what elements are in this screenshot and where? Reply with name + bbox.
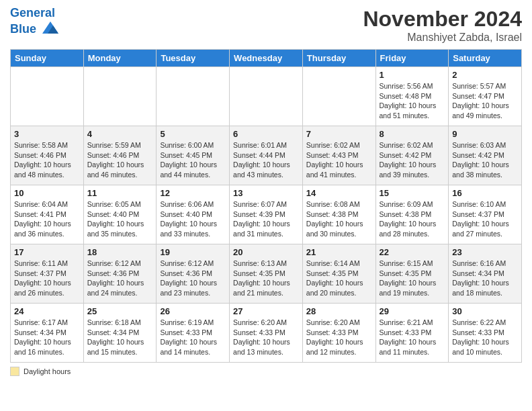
calendar-weekday-wednesday: Wednesday [230,50,303,67]
calendar-weekday-tuesday: Tuesday [157,50,230,67]
calendar-weekday-saturday: Saturday [449,50,522,67]
logo-icon [41,20,60,39]
day-info: Sunrise: 6:15 AM Sunset: 4:35 PM Dayligh… [380,259,445,298]
day-info: Sunrise: 5:56 AM Sunset: 4:48 PM Dayligh… [380,81,445,121]
calendar-cell: 27Sunrise: 6:20 AM Sunset: 4:33 PM Dayli… [230,304,303,363]
page-header: General Blue November 2024 Manshiyet Zab… [10,7,522,44]
calendar-table: SundayMondayTuesdayWednesdayThursdayFrid… [10,49,522,363]
calendar-cell: 4Sunrise: 5:59 AM Sunset: 4:46 PM Daylig… [83,126,157,185]
day-info: Sunrise: 6:21 AM Sunset: 4:33 PM Dayligh… [380,318,445,357]
day-number: 4 [87,129,153,139]
day-number: 17 [14,247,80,257]
day-info: Sunrise: 6:00 AM Sunset: 4:45 PM Dayligh… [160,140,226,180]
day-info: Sunrise: 5:59 AM Sunset: 4:46 PM Dayligh… [87,140,153,180]
day-number: 13 [233,188,299,198]
day-info: Sunrise: 6:07 AM Sunset: 4:39 PM Dayligh… [233,199,299,239]
calendar-cell: 9Sunrise: 6:03 AM Sunset: 4:42 PM Daylig… [449,126,522,185]
location: Manshiyet Zabda, Israel [363,32,522,44]
day-number: 7 [306,129,372,139]
calendar-weekday-thursday: Thursday [302,50,375,67]
day-number: 28 [306,306,372,316]
day-info: Sunrise: 6:10 AM Sunset: 4:37 PM Dayligh… [452,199,518,239]
day-info: Sunrise: 6:11 AM Sunset: 4:37 PM Dayligh… [14,259,80,298]
calendar-week-row-2: 10Sunrise: 6:04 AM Sunset: 4:41 PM Dayli… [11,185,522,244]
calendar-cell: 3Sunrise: 5:58 AM Sunset: 4:46 PM Daylig… [11,126,84,185]
calendar-cell: 15Sunrise: 6:09 AM Sunset: 4:38 PM Dayli… [375,185,449,244]
day-info: Sunrise: 6:20 AM Sunset: 4:33 PM Dayligh… [306,318,372,357]
day-info: Sunrise: 6:04 AM Sunset: 4:41 PM Dayligh… [14,199,80,239]
calendar-cell: 6Sunrise: 6:01 AM Sunset: 4:44 PM Daylig… [230,126,303,185]
day-number: 3 [14,129,80,139]
day-info: Sunrise: 6:05 AM Sunset: 4:40 PM Dayligh… [87,199,153,239]
day-number: 26 [160,306,226,316]
day-number: 22 [380,247,445,257]
logo-general: General [10,6,55,19]
calendar-weekday-sunday: Sunday [11,50,84,67]
day-number: 23 [452,247,518,257]
calendar-cell [157,67,230,126]
day-info: Sunrise: 6:16 AM Sunset: 4:34 PM Dayligh… [452,259,518,298]
calendar-cell: 16Sunrise: 6:10 AM Sunset: 4:37 PM Dayli… [449,185,522,244]
day-number: 10 [14,188,80,198]
day-info: Sunrise: 6:14 AM Sunset: 4:35 PM Dayligh… [306,259,372,298]
calendar-cell: 20Sunrise: 6:13 AM Sunset: 4:35 PM Dayli… [230,244,303,304]
day-number: 25 [87,306,153,316]
calendar-week-row-3: 17Sunrise: 6:11 AM Sunset: 4:37 PM Dayli… [11,244,522,304]
calendar-cell: 29Sunrise: 6:21 AM Sunset: 4:33 PM Dayli… [375,304,449,363]
day-info: Sunrise: 5:57 AM Sunset: 4:47 PM Dayligh… [452,81,518,121]
logo-blue: Blue [10,22,36,36]
calendar-weekday-monday: Monday [83,50,157,67]
day-info: Sunrise: 6:02 AM Sunset: 4:42 PM Dayligh… [380,140,445,180]
day-number: 18 [87,247,153,257]
day-info: Sunrise: 6:19 AM Sunset: 4:33 PM Dayligh… [160,318,226,357]
day-info: Sunrise: 6:20 AM Sunset: 4:33 PM Dayligh… [233,318,299,357]
day-info: Sunrise: 6:22 AM Sunset: 4:33 PM Dayligh… [452,318,518,357]
calendar-cell: 30Sunrise: 6:22 AM Sunset: 4:33 PM Dayli… [449,304,522,363]
calendar-cell: 18Sunrise: 6:12 AM Sunset: 4:36 PM Dayli… [83,244,157,304]
calendar-cell: 26Sunrise: 6:19 AM Sunset: 4:33 PM Dayli… [157,304,230,363]
day-info: Sunrise: 6:08 AM Sunset: 4:38 PM Dayligh… [306,199,372,239]
day-number: 8 [380,129,445,139]
day-number: 27 [233,306,299,316]
day-number: 14 [306,188,372,198]
day-number: 16 [452,188,518,198]
day-info: Sunrise: 6:17 AM Sunset: 4:34 PM Dayligh… [14,318,80,357]
day-number: 9 [452,129,518,139]
calendar-cell: 14Sunrise: 6:08 AM Sunset: 4:38 PM Dayli… [302,185,375,244]
calendar-cell: 25Sunrise: 6:18 AM Sunset: 4:34 PM Dayli… [83,304,157,363]
calendar-week-row-1: 3Sunrise: 5:58 AM Sunset: 4:46 PM Daylig… [11,126,522,185]
calendar-cell [83,67,157,126]
calendar-cell: 24Sunrise: 6:17 AM Sunset: 4:34 PM Dayli… [11,304,84,363]
calendar-cell [302,67,375,126]
day-number: 6 [233,129,299,139]
day-number: 30 [452,306,518,316]
calendar-cell: 22Sunrise: 6:15 AM Sunset: 4:35 PM Dayli… [375,244,449,304]
calendar-cell: 12Sunrise: 6:06 AM Sunset: 4:40 PM Dayli… [157,185,230,244]
calendar-cell: 17Sunrise: 6:11 AM Sunset: 4:37 PM Dayli… [11,244,84,304]
logo: General Blue [10,7,60,39]
month-title: November 2024 [363,7,522,32]
calendar-cell: 21Sunrise: 6:14 AM Sunset: 4:35 PM Dayli… [302,244,375,304]
day-info: Sunrise: 6:01 AM Sunset: 4:44 PM Dayligh… [233,140,299,180]
calendar-cell: 10Sunrise: 6:04 AM Sunset: 4:41 PM Dayli… [11,185,84,244]
calendar-weekday-friday: Friday [375,50,449,67]
day-info: Sunrise: 6:09 AM Sunset: 4:38 PM Dayligh… [380,199,445,239]
calendar-cell: 2Sunrise: 5:57 AM Sunset: 4:47 PM Daylig… [449,67,522,126]
legend-label: Daylight hours [24,367,71,375]
day-number: 19 [160,247,226,257]
calendar-cell: 5Sunrise: 6:00 AM Sunset: 4:45 PM Daylig… [157,126,230,185]
day-number: 15 [380,188,445,198]
day-number: 5 [160,129,226,139]
day-number: 11 [87,188,153,198]
day-info: Sunrise: 5:58 AM Sunset: 4:46 PM Dayligh… [14,140,80,180]
legend: Daylight hours [10,367,522,376]
legend-color-box [10,367,19,376]
day-number: 20 [233,247,299,257]
calendar-cell: 28Sunrise: 6:20 AM Sunset: 4:33 PM Dayli… [302,304,375,363]
calendar-cell: 13Sunrise: 6:07 AM Sunset: 4:39 PM Dayli… [230,185,303,244]
calendar-cell: 19Sunrise: 6:12 AM Sunset: 4:36 PM Dayli… [157,244,230,304]
calendar-cell [230,67,303,126]
calendar-header-row: SundayMondayTuesdayWednesdayThursdayFrid… [11,50,522,67]
day-number: 21 [306,247,372,257]
day-info: Sunrise: 6:12 AM Sunset: 4:36 PM Dayligh… [160,259,226,298]
